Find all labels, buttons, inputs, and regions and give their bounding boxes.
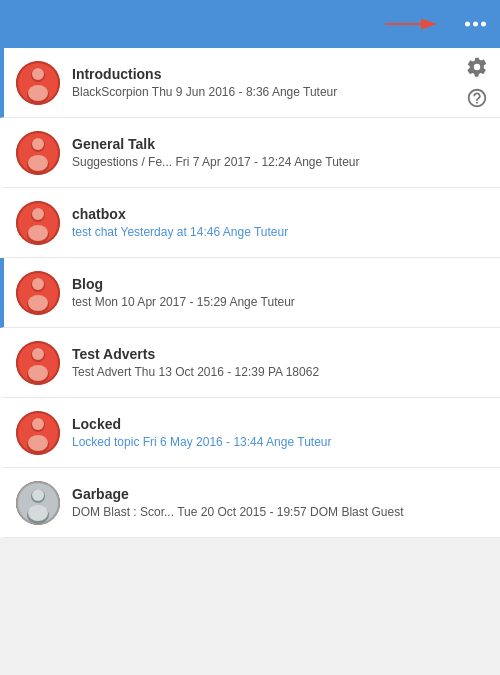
svg-point-6 [32,68,44,80]
group-item-wrapper-garbage: GarbageDOM Blast : Scor... Tue 20 Oct 20… [0,468,500,538]
group-item-wrapper-test-adverts: Test AdvertsTest Advert Thu 13 Oct 2016 … [0,328,500,398]
group-meta-test-adverts: Test Advert Thu 13 Oct 2016 - 12:39 PA 1… [72,365,488,379]
group-name-garbage: Garbage [72,486,488,502]
svg-point-45 [28,505,48,521]
avatar-blog [16,271,60,315]
group-meta-general-talk: Suggestions / Fe... Fri 7 Apr 2017 - 12:… [72,155,488,169]
avatar-locked [16,411,60,455]
group-item-wrapper-general-talk: General TalkSuggestions / Fe... Fri 7 Ap… [0,118,500,188]
group-info-locked: LockedLocked topic Fri 6 May 2016 - 13:4… [72,416,488,449]
header-arrow-decoration [385,14,445,34]
group-item-chatbox[interactable]: chatboxtest chat Yesterday at 14:46 Ange… [0,188,500,258]
svg-point-44 [32,489,44,501]
group-meta-introductions: BlackScorpion Thu 9 Jun 2016 - 8:36 Ange… [72,85,440,99]
svg-point-38 [32,418,44,430]
group-name-locked: Locked [72,416,488,432]
gear-icon-button[interactable] [462,52,492,82]
group-item-test-adverts[interactable]: Test AdvertsTest Advert Thu 13 Oct 2016 … [0,328,500,398]
avatar-garbage [16,481,60,525]
avatar-general-talk [16,131,60,175]
group-name-test-adverts: Test Adverts [72,346,488,362]
group-info-introductions: IntroductionsBlackScorpion Thu 9 Jun 201… [72,66,440,99]
avatar-test-adverts [16,341,60,385]
svg-point-32 [32,348,44,360]
svg-point-15 [28,155,48,171]
group-item-wrapper-introductions: IntroductionsBlackScorpion Thu 9 Jun 201… [0,48,500,118]
item-icons-introductions [454,48,500,117]
group-name-general-talk: General Talk [72,136,488,152]
avatar-chatbox [16,201,60,245]
svg-point-20 [32,208,44,220]
group-info-chatbox: chatboxtest chat Yesterday at 14:46 Ange… [72,206,488,239]
group-item-wrapper-locked: LockedLocked topic Fri 6 May 2016 - 13:4… [0,398,500,468]
svg-point-14 [32,138,44,150]
group-item-garbage[interactable]: GarbageDOM Blast : Scor... Tue 20 Oct 20… [0,468,500,538]
avatar-introductions [16,61,60,105]
group-info-general-talk: General TalkSuggestions / Fe... Fri 7 Ap… [72,136,488,169]
three-dots-icon [465,22,486,27]
svg-point-27 [28,295,48,311]
svg-point-21 [28,225,48,241]
group-item-general-talk[interactable]: General TalkSuggestions / Fe... Fri 7 Ap… [0,118,500,188]
group-item-wrapper-blog: Blogtest Mon 10 Apr 2017 - 15:29 Ange Tu… [0,258,500,328]
svg-point-7 [28,85,48,101]
svg-point-39 [28,435,48,451]
group-meta-garbage: DOM Blast : Scor... Tue 20 Oct 2015 - 19… [72,505,488,519]
group-item-blog[interactable]: Blogtest Mon 10 Apr 2017 - 15:29 Ange Tu… [0,258,500,328]
group-item-introductions[interactable]: IntroductionsBlackScorpion Thu 9 Jun 201… [0,48,500,118]
group-meta-locked: Locked topic Fri 6 May 2016 - 13:44 Ange… [72,435,488,449]
group-item-wrapper-chatbox: chatboxtest chat Yesterday at 14:46 Ange… [0,188,500,258]
header-menu-button[interactable] [465,22,486,27]
group-name-blog: Blog [72,276,488,292]
group-info-garbage: GarbageDOM Blast : Scor... Tue 20 Oct 20… [72,486,488,519]
group-name-introductions: Introductions [72,66,440,82]
group-info-test-adverts: Test AdvertsTest Advert Thu 13 Oct 2016 … [72,346,488,379]
help-icon-button[interactable] [462,83,492,113]
group-name-chatbox: chatbox [72,206,488,222]
header [0,0,500,48]
svg-point-33 [28,365,48,381]
group-list: IntroductionsBlackScorpion Thu 9 Jun 201… [0,48,500,538]
group-info-blog: Blogtest Mon 10 Apr 2017 - 15:29 Ange Tu… [72,276,488,309]
group-item-locked[interactable]: LockedLocked topic Fri 6 May 2016 - 13:4… [0,398,500,468]
group-meta-chatbox: test chat Yesterday at 14:46 Ange Tuteur [72,225,488,239]
group-meta-blog: test Mon 10 Apr 2017 - 15:29 Ange Tuteur [72,295,488,309]
svg-point-26 [32,278,44,290]
